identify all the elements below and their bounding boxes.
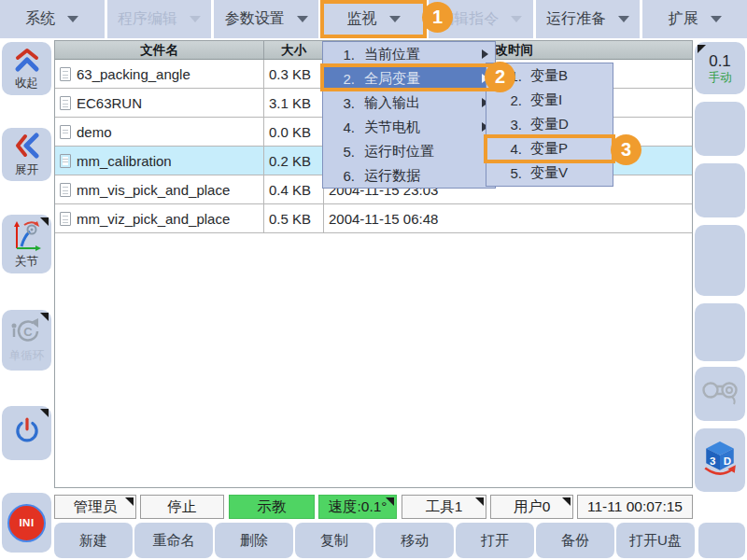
corner-mark [475, 497, 484, 506]
menu-item-global-variables[interactable]: 2. 全局变量 [323, 66, 495, 91]
power-button[interactable] [2, 406, 51, 460]
menu-item-current-position[interactable]: 1. 当前位置 [323, 42, 495, 66]
file-icon [60, 154, 71, 168]
collapse-button[interactable]: 收起 [2, 42, 51, 95]
hand-guide-button[interactable] [695, 367, 745, 421]
menu-item-label: 关节电机 [364, 119, 420, 136]
file-icon [60, 96, 71, 110]
menu-item-input-output[interactable]: 3. 输入输出 [323, 91, 495, 115]
file-row[interactable]: mm_viz_pick_and_place 0.5 KB 2004-11-15 … [55, 204, 692, 233]
menu-label: 运行准备 [546, 9, 606, 29]
file-name: EC63RUN [77, 95, 142, 111]
right-function-button-1[interactable] [695, 102, 745, 156]
view-3d-button[interactable]: 3 D [695, 428, 745, 492]
chevron-down-icon [618, 16, 629, 22]
menu-label: 程序编辑 [118, 9, 177, 29]
file-size: 0.0 KB [264, 118, 324, 146]
file-name: mm_vis_pick_and_place [77, 182, 230, 198]
expand-icon [14, 132, 39, 163]
chevron-down-icon [190, 16, 201, 22]
step1-marker: 1 [422, 2, 453, 33]
right-function-button-3[interactable] [695, 225, 745, 296]
menu-item-label: 运行数据 [364, 167, 420, 185]
single-cycle-label: 单循环 [9, 350, 45, 363]
ini-button[interactable]: INI [2, 493, 51, 553]
status-user-frame[interactable]: 用户0 [490, 495, 573, 519]
submenu-item-label: 变量B [530, 67, 568, 85]
file-name: mm_calibration [77, 153, 172, 169]
status-user-role[interactable]: 管理员 [54, 495, 136, 519]
status-speed[interactable]: 速度:0.1° [318, 495, 397, 519]
status-tool[interactable]: 工具1 [402, 495, 486, 519]
file-size: 0.4 KB [264, 175, 324, 203]
blank-action-button[interactable] [698, 523, 745, 558]
chevron-down-icon [297, 16, 308, 22]
file-name: demo [77, 124, 112, 140]
submenu-arrow-icon [482, 49, 488, 59]
submenu-item-variable-p[interactable]: 4. 变量P [486, 137, 613, 161]
move-button[interactable]: 移动 [375, 523, 454, 558]
submenu-item-variable-v[interactable]: 5. 变量V [486, 161, 613, 186]
status-run-state[interactable]: 停止 [140, 495, 224, 519]
menubar-item-program-edit: 程序编辑 [107, 0, 212, 38]
expand-button[interactable]: 展开 [2, 128, 51, 181]
jog-mode-label: 手动 [709, 71, 732, 84]
chevron-down-icon [711, 16, 722, 22]
submenu-item-label: 变量D [530, 116, 569, 133]
collapse-icon [13, 48, 41, 77]
menu-item-label: 全局变量 [364, 70, 420, 88]
right-function-button-4[interactable] [695, 303, 745, 361]
open-button[interactable]: 打开 [456, 523, 534, 558]
column-header-filename: 文件名 [55, 41, 264, 59]
menubar-item-extend[interactable]: 扩展 [642, 0, 747, 38]
right-function-button-2[interactable] [695, 163, 745, 217]
corner-mark [386, 497, 394, 506]
submenu-item-label: 变量I [530, 91, 562, 109]
svg-text:D: D [724, 455, 731, 467]
rename-button[interactable]: 重命名 [134, 523, 213, 558]
step2-marker: 2 [485, 62, 515, 92]
teach-pendant-screen: 系统 程序编辑 参数设置 监视 编辑指令 运行准备 扩展 [0, 0, 747, 560]
expand-label: 展开 [15, 164, 38, 177]
menu-item-joint-motor[interactable]: 4. 关节电机 [323, 115, 495, 139]
menubar-item-monitor[interactable]: 监视 [321, 0, 426, 38]
menu-item-label: 输入输出 [364, 94, 420, 112]
corner-mark [40, 313, 49, 321]
file-icon [60, 125, 71, 139]
open-usb-button[interactable]: 打开U盘 [616, 523, 695, 558]
joint-robot-icon [11, 219, 43, 255]
menu-item-runtime-position[interactable]: 5. 运行时位置 [323, 139, 495, 163]
file-name: 63_packing_angle [77, 66, 190, 82]
file-icon [60, 67, 71, 81]
monitor-dropdown-menu: 1. 当前位置 2. 全局变量 3. 输入输出 4. 关节电机 5. 运行时位置… [322, 41, 496, 189]
submenu-item-variable-d[interactable]: 3. 变量D [486, 112, 613, 136]
chevron-down-icon [511, 16, 522, 22]
submenu-item-variable-i[interactable]: 2. 变量I [486, 88, 613, 112]
menubar-item-param-settings[interactable]: 参数设置 [214, 0, 318, 38]
status-mode[interactable]: 示教 [229, 495, 315, 519]
menubar-item-run-prepare[interactable]: 运行准备 [536, 0, 641, 38]
menu-item-run-data[interactable]: 6. 运行数据 [323, 163, 495, 188]
backup-button[interactable]: 备份 [536, 523, 614, 558]
svg-text:C: C [23, 325, 33, 339]
column-header-size: 大小 [264, 41, 324, 59]
copy-button[interactable]: 复制 [295, 523, 374, 558]
file-size: 0.2 KB [264, 147, 324, 175]
joint-jog-button[interactable]: 关节 [2, 215, 51, 273]
jog-step-button[interactable]: 0.1 手动 [695, 42, 745, 94]
file-mtime: 2004-11-15 06:48 [324, 204, 692, 232]
menubar: 系统 程序编辑 参数设置 监视 编辑指令 运行准备 扩展 [0, 0, 747, 38]
submenu-item-label: 变量P [530, 140, 568, 158]
status-datetime: 11-11 00:07:15 [577, 495, 693, 519]
joint-label: 关节 [15, 256, 38, 269]
menubar-item-system[interactable]: 系统 [0, 0, 105, 38]
3d-cube-icon: 3 D [701, 440, 739, 481]
file-size: 0.3 KB [264, 60, 324, 88]
new-file-button[interactable]: 新建 [54, 523, 133, 558]
delete-button[interactable]: 删除 [215, 523, 293, 558]
jog-step-value: 0.1 [709, 52, 731, 71]
menu-label: 系统 [25, 9, 55, 29]
power-icon [12, 416, 42, 450]
file-size: 0.5 KB [264, 204, 324, 232]
file-icon [60, 183, 71, 197]
